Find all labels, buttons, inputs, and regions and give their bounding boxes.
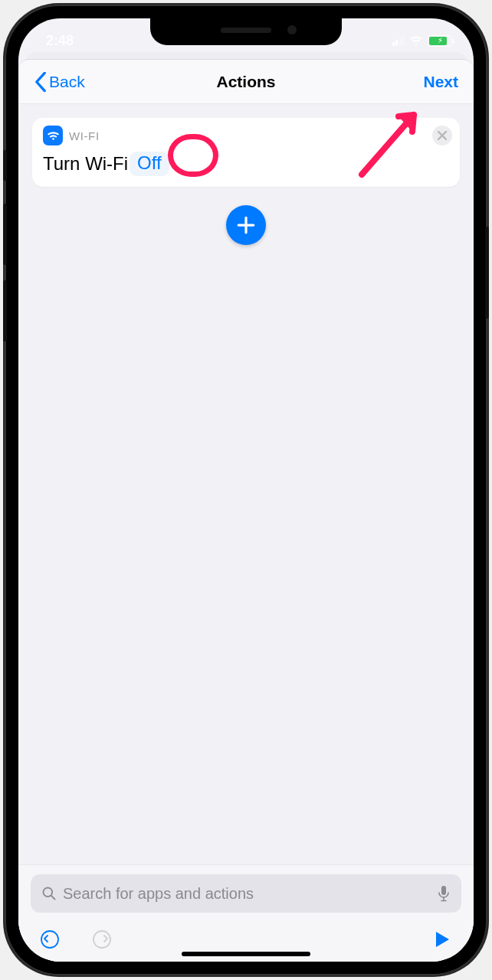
- add-action-button[interactable]: [226, 205, 266, 245]
- wifi-status-icon: [409, 34, 423, 47]
- status-time: 2:48: [46, 33, 74, 49]
- svg-point-2: [41, 931, 58, 948]
- run-button[interactable]: [429, 926, 455, 952]
- svg-rect-1: [441, 886, 446, 895]
- microphone-icon: [437, 885, 451, 902]
- action-app-label: WI-FI: [69, 129, 100, 142]
- nav-bar: Back Actions Next: [18, 60, 474, 104]
- editor-canvas: WI-FI Turn Wi-Fi Off: [18, 104, 474, 245]
- status-indicators: ⚡︎: [392, 34, 453, 47]
- undo-icon: [39, 929, 61, 950]
- play-icon: [434, 930, 451, 949]
- undo-button[interactable]: [37, 926, 63, 952]
- redo-icon: [91, 929, 113, 950]
- action-phrase-prefix: Turn Wi-Fi: [43, 153, 128, 175]
- chevron-left-icon: [34, 72, 48, 92]
- volume-down-button: [3, 280, 7, 341]
- svg-point-3: [93, 931, 110, 948]
- remove-action-button[interactable]: [432, 126, 452, 145]
- back-button[interactable]: Back: [34, 72, 85, 92]
- back-label: Back: [49, 73, 85, 91]
- search-input[interactable]: Search for apps and actions: [31, 874, 461, 913]
- page-title: Actions: [18, 73, 474, 91]
- screen: 2:48 ⚡︎ Back Actions Next: [18, 18, 474, 962]
- wifi-app-icon: [43, 126, 63, 145]
- close-icon: [438, 131, 447, 140]
- plus-icon: [236, 215, 256, 235]
- redo-button[interactable]: [89, 926, 115, 952]
- actions-sheet: Back Actions Next WI-FI: [18, 60, 474, 962]
- next-button[interactable]: Next: [423, 73, 458, 91]
- power-button: [485, 227, 489, 318]
- editor-toolbar: [31, 913, 461, 956]
- volume-up-button: [3, 204, 7, 265]
- notch: [150, 18, 342, 45]
- mute-switch: [3, 150, 7, 181]
- wifi-state-token[interactable]: Off: [130, 152, 169, 176]
- battery-charging-icon: ⚡︎: [428, 35, 452, 47]
- home-indicator[interactable]: [182, 952, 310, 956]
- action-card-wifi[interactable]: WI-FI Turn Wi-Fi Off: [32, 118, 460, 187]
- phone-frame: 2:48 ⚡︎ Back Actions Next: [5, 5, 487, 975]
- search-dock: Search for apps and actions: [18, 864, 474, 962]
- dictation-button[interactable]: [437, 885, 451, 902]
- cellular-signal-icon: [392, 35, 405, 46]
- search-icon: [41, 886, 57, 901]
- search-placeholder: Search for apps and actions: [63, 885, 431, 903]
